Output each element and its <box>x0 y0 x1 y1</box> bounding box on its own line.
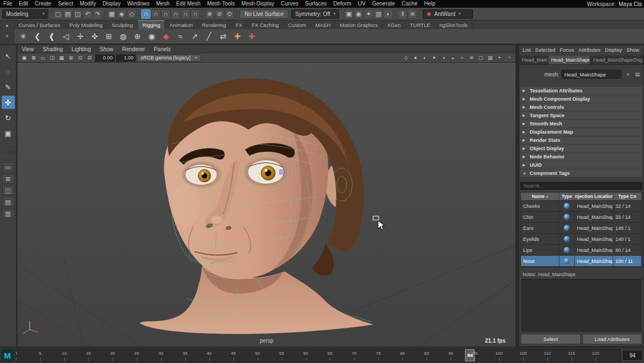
shadows-icon[interactable]: ◑ <box>439 54 448 62</box>
section-uuid[interactable]: ▶UUID <box>520 161 642 169</box>
curve-arrow-icon[interactable]: ↗ <box>188 30 201 43</box>
remove-influence-icon[interactable]: ✚ <box>245 30 258 43</box>
hypershade-icon[interactable]: ▥ <box>374 9 383 19</box>
human-ik-icon[interactable]: ✜ <box>88 30 101 43</box>
button-select[interactable]: Select <box>521 334 581 344</box>
vp-menu-view[interactable]: View <box>18 46 38 52</box>
menu-select[interactable]: Select <box>54 0 76 8</box>
shelf-tab-poly-modeling[interactable]: Poly Modeling <box>65 20 108 29</box>
symmetry-dropdown[interactable]: Symmetry: Off ▾ <box>291 9 339 19</box>
cluster-deformer-icon[interactable]: ◉ <box>145 30 158 43</box>
shelf-tab-fx[interactable]: FX <box>231 20 247 29</box>
shelf-tab-mash[interactable]: MASH <box>311 20 335 29</box>
section-displacement-map[interactable]: ▶Displacement Map <box>520 128 642 136</box>
vp-menu-panels[interactable]: Panels <box>149 46 175 52</box>
textured-mode-icon[interactable]: ◐ <box>420 54 429 62</box>
table-row-lips[interactable]: LipsHead_MainShap...80 / 14 <box>521 245 642 256</box>
output-connections-icon[interactable]: ⊙ <box>225 9 234 19</box>
isolate-select-icon[interactable]: ▢ <box>476 54 485 62</box>
layout-split-pane-icon[interactable]: ◫ <box>2 185 14 195</box>
use-all-lights-icon[interactable]: ✦ <box>430 54 438 62</box>
sculpt-deformer-icon[interactable]: ⊕ <box>131 30 144 43</box>
menu-uv[interactable]: UV <box>354 0 369 8</box>
vp-menu-shading[interactable]: Shading <box>38 46 68 52</box>
undo-icon[interactable]: ↶ <box>83 9 92 19</box>
layout-four-pane-icon[interactable]: ⊞ <box>2 174 14 184</box>
add-influence-icon[interactable]: ✚ <box>231 30 244 43</box>
grease-pencil-icon[interactable]: ◓ <box>495 54 504 62</box>
snap-grid-icon[interactable]: ∩ <box>141 9 151 19</box>
rotate-tool-icon[interactable]: ↻ <box>2 111 15 124</box>
ik-handle-icon[interactable]: ❮ <box>31 30 44 43</box>
section-component-tags[interactable]: ▼Component Tags <box>520 169 642 177</box>
mesh-name-field[interactable] <box>562 70 621 79</box>
section-mesh-controls[interactable]: ▶Mesh Controls <box>520 103 642 111</box>
pause-viewport-icon[interactable]: ‖ <box>398 9 407 19</box>
resolution-gate-icon[interactable]: ◫ <box>48 54 57 62</box>
menu-display[interactable]: Display <box>99 0 124 8</box>
timeline-current-frame[interactable]: 94 <box>465 349 475 361</box>
viewport-options-icon[interactable]: ◔ <box>504 54 513 62</box>
section-mesh-component-display[interactable]: ▶Mesh Component Display <box>520 95 642 103</box>
move-tool-icon[interactable]: ✜ <box>2 96 15 109</box>
mirror-joint-icon[interactable]: ⇄ <box>216 30 230 43</box>
open-scene-icon[interactable]: ▤ <box>63 9 73 19</box>
shelf-options-icon[interactable]: ≡ <box>3 32 12 40</box>
list-mode-icon[interactable]: ≡ <box>624 70 632 78</box>
menu-edit-mesh[interactable]: Edit Mesh <box>173 0 203 8</box>
shelf-tab-ngskintools[interactable]: ngSkinTools <box>435 20 473 29</box>
safe-title-icon[interactable]: ⊟ <box>85 54 94 62</box>
field-chart-icon[interactable]: ⊞ <box>66 54 75 62</box>
pin-tab-icon[interactable]: ▤ <box>633 70 642 78</box>
vp-menu-show[interactable]: Show <box>95 46 118 52</box>
notes-box[interactable] <box>521 279 641 332</box>
colorspace-dropdown[interactable]: sRGB gamma (legacy) ▾ <box>137 54 201 62</box>
safe-action-icon[interactable]: ⊡ <box>76 54 85 62</box>
scale-tool-icon[interactable]: ▣ <box>2 127 15 140</box>
shelf-tab-xgen[interactable]: XGen <box>383 20 406 29</box>
lasso-tool-icon[interactable]: ◌ <box>2 65 15 78</box>
workspace-selector[interactable]: Workspace: Maya Cla <box>587 1 644 7</box>
ae-menu-attributes[interactable]: Attributes <box>576 47 603 53</box>
snap-surface-icon[interactable]: ∩ <box>181 9 190 19</box>
section-render-stats[interactable]: ▶Render Stats <box>520 136 642 144</box>
column-header-name[interactable]: Name▾ <box>521 193 559 200</box>
make-live-icon[interactable]: ∩ <box>191 9 200 19</box>
timeline-strip[interactable]: 94 0510152025303540455055606570758085909… <box>15 349 620 362</box>
input-connections-icon[interactable]: ⊘ <box>215 9 224 19</box>
shelf-tab-turtle[interactable]: TURTLE <box>406 20 435 29</box>
menu-mesh-display[interactable]: Mesh Display <box>238 0 277 8</box>
screen-space-ao-icon[interactable]: ◒ <box>448 54 457 62</box>
select-component-icon[interactable]: ◇ <box>127 9 136 19</box>
construction-history-icon[interactable]: ⊕ <box>205 9 214 19</box>
set-key-icon[interactable]: ◆ <box>159 30 173 43</box>
paint-selection-tool-icon[interactable]: ✎ <box>2 80 15 94</box>
no-live-surface-button[interactable]: No Live Surface <box>240 9 288 19</box>
menu-surfaces[interactable]: Surfaces <box>302 0 330 8</box>
button-load-attributes[interactable]: Load Attributes <box>582 334 642 344</box>
select-object-icon[interactable]: ◈ <box>117 9 126 19</box>
tag-search-input[interactable] <box>520 182 642 190</box>
ae-menu-display[interactable]: Display <box>603 47 624 53</box>
snap-point-icon[interactable]: ∩ <box>161 9 170 19</box>
new-scene-icon[interactable]: ▢ <box>53 9 63 19</box>
menu-create[interactable]: Create <box>31 0 54 8</box>
vp-menu-lighting[interactable]: Lighting <box>67 46 95 52</box>
column-header-injection-location[interactable]: Injection Location <box>575 193 613 200</box>
menu-windows[interactable]: Windows <box>124 0 153 8</box>
cached-playback-icon[interactable]: ≋ <box>408 9 417 19</box>
constraint-icon[interactable]: ◁ <box>59 30 73 43</box>
column-header-type-co[interactable]: Type Co <box>613 193 642 200</box>
ae-tab-head-main[interactable]: Head_Main <box>519 56 548 64</box>
menu-mesh-tools[interactable]: Mesh Tools <box>204 0 238 8</box>
select-hierarchy-icon[interactable]: ▦ <box>107 9 116 19</box>
layout-single-pane-icon[interactable]: ▭ <box>2 162 14 172</box>
redo-icon[interactable]: ↷ <box>93 9 102 19</box>
save-scene-icon[interactable]: ◫ <box>73 9 82 19</box>
menu-file[interactable]: File <box>0 0 15 8</box>
shelf-tab-custom[interactable]: Custom <box>284 20 311 29</box>
lock-camera-icon[interactable]: ⊠ <box>29 54 38 62</box>
vp-menu-renderer[interactable]: Renderer <box>118 46 149 52</box>
light-editor-icon[interactable]: ◐ <box>384 9 393 19</box>
layout-graph-persp-icon[interactable]: ▥ <box>2 208 14 218</box>
